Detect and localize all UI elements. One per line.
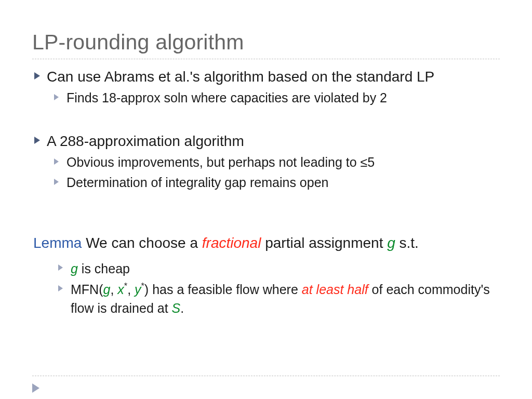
bullet-text: Can use Abrams et al.'s algorithm based … (47, 69, 434, 85)
lemma-statement: Lemma We can choose a fractional partial… (32, 234, 500, 317)
comma: , (110, 282, 117, 297)
sub-item: Obvious improvements, but perhaps not le… (51, 152, 500, 172)
triangle-bullet-icon (34, 137, 40, 144)
sub-item: Finds 18-approx soln where capacities ar… (51, 88, 500, 108)
sub-list: Finds 18-approx soln where capacities ar… (47, 88, 500, 108)
triangle-bullet-icon (54, 179, 59, 185)
lemma-sub-text: ) has a feasible flow where (144, 282, 302, 297)
lemma-var-g: g (103, 282, 110, 297)
lemma-sub-text: MFN( (71, 282, 103, 297)
slide: LP-rounding algorithm Can use Abrams et … (0, 0, 532, 399)
bullet-item-1: Can use Abrams et al.'s algorithm based … (32, 68, 500, 108)
spacer (32, 111, 500, 132)
triangle-bullet-icon (34, 72, 40, 79)
sub-text: Obvious improvements, but perhaps not le… (66, 155, 375, 169)
lemma-var-S: S (172, 301, 181, 315)
triangle-bullet-icon (58, 264, 63, 271)
lemma-var-x: x (117, 282, 124, 297)
bullet-text: A 288-approximation algorithm (47, 133, 244, 149)
lemma-fractional: fractional (202, 235, 261, 251)
lemma-red: at least half (302, 282, 368, 297)
triangle-bullet-icon (54, 158, 59, 165)
lemma-var-g: g (71, 261, 78, 276)
title-divider (32, 59, 500, 59)
lemma-sub-list: g is cheap MFN(g, x*, y*) has a feasible… (55, 259, 500, 318)
bullet-item-2: A 288-approximation algorithm Obvious im… (32, 132, 500, 193)
lemma-label: Lemma (33, 235, 82, 251)
lemma-text: We can choose a (82, 235, 202, 251)
sub-text: Finds 18-approx soln where capacities ar… (66, 90, 387, 105)
sub-list: Obvious improvements, but perhaps not le… (47, 152, 500, 193)
triangle-bullet-icon (58, 285, 63, 291)
period: . (180, 301, 184, 315)
bottom-divider (32, 376, 500, 376)
sub-text: Determination of integrality gap remains… (66, 175, 328, 190)
triangle-bullet-icon (54, 94, 59, 100)
bullet-list: Can use Abrams et al.'s algorithm based … (32, 68, 500, 192)
sub-item: Determination of integrality gap remains… (51, 172, 500, 193)
superscript-star: * (141, 281, 144, 290)
lemma-text: s.t. (395, 235, 419, 251)
lemma-sub-text: is cheap (78, 261, 130, 276)
comma: , (127, 282, 135, 297)
corner-triangle-icon (32, 383, 39, 393)
superscript-star: * (124, 281, 127, 290)
slide-title: LP-rounding algorithm (32, 30, 500, 55)
lemma-var-g: g (387, 235, 395, 251)
lemma-sub-item-1: g is cheap (55, 259, 500, 278)
lemma-var-y: y (135, 282, 141, 297)
lemma-text: partial assignment (261, 235, 387, 251)
lemma-sub-item-2: MFN(g, x*, y*) has a feasible flow where… (55, 280, 500, 318)
